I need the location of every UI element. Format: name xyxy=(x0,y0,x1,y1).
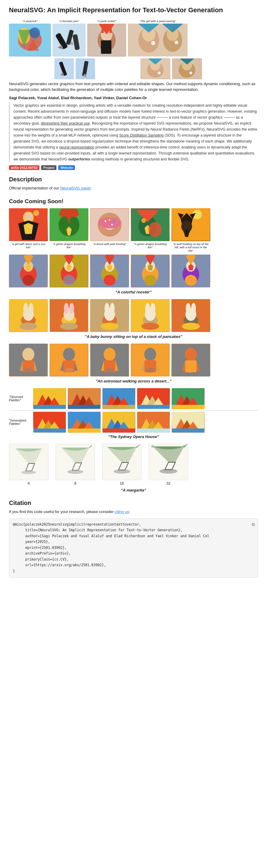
bunny2-image xyxy=(49,299,89,332)
girl-dress-caption: "a girl with dress and a sun hat" xyxy=(10,242,46,249)
svg-point-64 xyxy=(111,224,113,225)
svg-rect-217 xyxy=(172,429,204,432)
hero-punk-rocker: "A punk rocker" xyxy=(87,20,126,57)
svg-rect-18 xyxy=(101,40,111,54)
generalized-label: "Generalized Palettes" xyxy=(9,419,31,426)
fountain-pen-image xyxy=(53,24,86,57)
astronaut-grid xyxy=(9,344,258,376)
astronaut-caption: "An astronaut walking across a desert...… xyxy=(9,379,258,383)
svg-point-107 xyxy=(185,275,197,286)
svg-point-119 xyxy=(60,323,78,330)
authors: Sagi Polaczek, Yuval Alaluf, Elad Richar… xyxy=(9,96,258,100)
pearl-earring-image xyxy=(128,24,188,57)
svg-rect-182 xyxy=(103,405,135,409)
svg-point-225 xyxy=(67,470,83,474)
arxiv-badge[interactable]: arXiv 2412.06753 xyxy=(9,165,39,170)
margarita3-image xyxy=(102,444,141,480)
svg-point-130 xyxy=(151,303,155,314)
astro2-image xyxy=(49,344,89,376)
rooster1-image xyxy=(9,255,48,287)
svg-point-239 xyxy=(151,445,154,447)
astro3-image xyxy=(90,344,129,376)
page-title: NeuralSVG: An Implicit Representation fo… xyxy=(9,6,258,14)
wolf-image xyxy=(171,208,210,241)
hero-images-row2 xyxy=(9,58,258,79)
abstract-intro: NeuralSVG generates vector graphics from… xyxy=(9,81,258,93)
rooster-caption: "A colorful rooster" xyxy=(9,290,258,294)
neural-text: neural representation xyxy=(59,145,94,149)
svg-point-123 xyxy=(104,303,109,314)
svg-point-4 xyxy=(29,28,40,38)
svg-point-111 xyxy=(23,303,28,314)
girl-dress-image xyxy=(9,208,48,241)
rooster5-item xyxy=(171,255,210,287)
marg-num4: 32 xyxy=(166,482,170,486)
svg-point-124 xyxy=(110,303,115,314)
diminishing-text: diminishing their practical use xyxy=(41,121,90,125)
svg-point-117 xyxy=(64,303,69,314)
svg-point-47 xyxy=(25,212,32,220)
website-badge[interactable]: Website xyxy=(58,165,75,170)
margarita1-image xyxy=(9,444,48,480)
rooster3-image xyxy=(90,255,129,287)
hero-fountain-pen: "A fountain pen" xyxy=(53,20,86,57)
earring-small1-image xyxy=(140,58,170,79)
description-title: Description xyxy=(9,176,258,183)
svg-point-118 xyxy=(69,303,74,314)
svg-point-68 xyxy=(141,218,146,223)
copy-icon[interactable]: ⧉ xyxy=(252,521,255,528)
rooster4-image xyxy=(131,255,170,287)
svg-point-137 xyxy=(182,323,200,330)
astro2-item xyxy=(49,344,89,376)
bunny3-item xyxy=(90,299,129,332)
hero-earring-small1 xyxy=(140,58,170,79)
opera-obs3 xyxy=(102,388,135,409)
svg-point-54 xyxy=(61,217,68,227)
margarita2-image xyxy=(56,444,95,480)
code-title: Code Coming Soon! xyxy=(9,198,258,205)
donut-item: "a donut with pink frosting" xyxy=(90,208,129,246)
svg-point-43 xyxy=(189,71,192,74)
astro5-image xyxy=(171,344,210,376)
svg-point-230 xyxy=(113,469,130,473)
opera-obs4 xyxy=(137,388,170,409)
margarita4-image xyxy=(149,444,188,480)
svg-point-135 xyxy=(186,303,191,314)
citing-link[interactable]: citing us xyxy=(115,509,129,514)
punk-caption: "A punk rocker" xyxy=(97,20,116,23)
svg-marker-48 xyxy=(24,223,33,234)
svg-point-236 xyxy=(160,469,177,473)
description-section: Description Official implementation of o… xyxy=(9,176,258,191)
margarita3-item: 16 xyxy=(102,444,141,486)
bunny5-item xyxy=(171,299,210,332)
code-section: Code Coming Soon! "a girl with dress and… xyxy=(9,198,258,492)
spacer2 xyxy=(97,58,139,79)
citation-title: Citation xyxy=(9,500,258,506)
svg-point-136 xyxy=(191,303,196,314)
pen-small2-image xyxy=(75,58,95,79)
green-dragon2-item: "A green dragon breathing fire" xyxy=(131,208,170,249)
abstract-blockquote: Vector graphics are essential in design,… xyxy=(9,102,258,162)
green-dragon-image xyxy=(49,208,89,241)
svg-point-139 xyxy=(23,348,34,361)
citation-box: ⧉ @misc{polaczek2025neuralsvgimplicitrep… xyxy=(9,519,258,578)
spacer1 xyxy=(9,58,53,79)
opera-observed-row: "Observed Palettes" xyxy=(9,388,258,409)
earring-small2-image xyxy=(172,58,202,79)
code-grid-row1: "a girl with dress and a sun hat" "A gre… xyxy=(9,208,258,252)
hero-pearl-earring: "The girl with a pearl earring" xyxy=(128,20,188,57)
green-dragon2-caption: "A green dragon breathing fire" xyxy=(132,242,168,249)
bunny4-image xyxy=(131,299,170,332)
svg-point-101 xyxy=(144,275,156,286)
project-badge[interactable]: Project xyxy=(41,165,57,170)
green-dragon-item: "A green dragon breathing fire" xyxy=(49,208,89,249)
svg-rect-177 xyxy=(68,405,100,409)
peacock-caption: "A peacock" xyxy=(23,20,38,23)
neuralsvg-link[interactable]: NeuralSVG paper xyxy=(60,186,91,190)
astro1-item xyxy=(9,344,48,376)
girl-dress-item: "a girl with dress and a sun hat" xyxy=(9,208,48,249)
svg-point-151 xyxy=(104,348,115,361)
bunny2-item xyxy=(49,299,89,332)
rooster-grid xyxy=(9,255,258,287)
margarita4-item: 32 xyxy=(149,444,188,486)
